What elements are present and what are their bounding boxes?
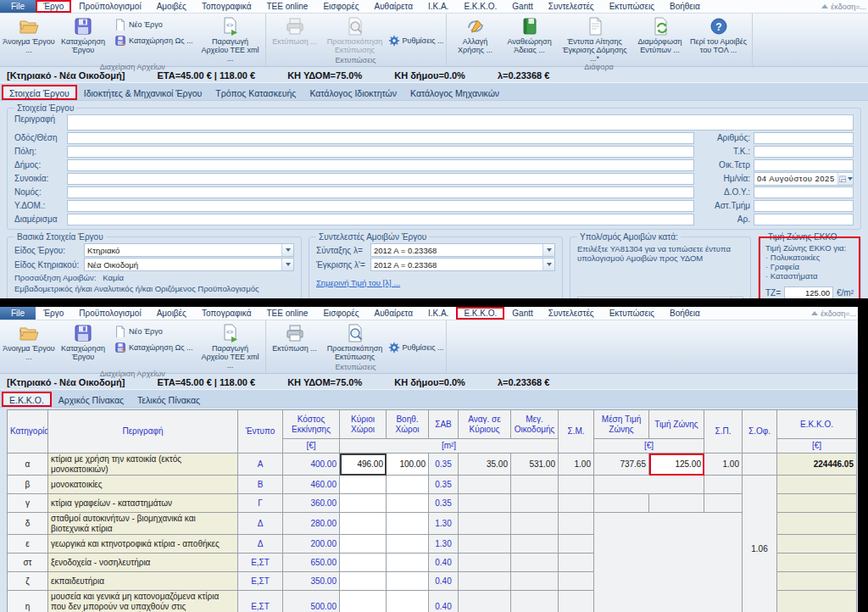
- cell-aux-spaces-ε[interactable]: [387, 535, 429, 554]
- open-project-button[interactable]: Άνοιγμα Έργου ...: [2, 14, 56, 54]
- chevron-down-icon[interactable]: [542, 244, 554, 256]
- menu-item-3[interactable]: Αμοιβές: [149, 307, 194, 320]
- cell-main-spaces-η[interactable]: [340, 591, 387, 612]
- block-input[interactable]: [754, 159, 854, 171]
- menu-item-10[interactable]: Gantt: [504, 307, 540, 320]
- calendar-icon[interactable]: [837, 173, 853, 185]
- menu-item-12[interactable]: Εκτυπώσεις: [602, 0, 662, 13]
- tab-1[interactable]: Ιδιοκτήτες & Μηχανικοί Έργου: [77, 86, 209, 100]
- chevron-down-icon[interactable]: [281, 244, 293, 256]
- cell-zone-price-α[interactable]: 125.00: [649, 453, 704, 476]
- project-type-select[interactable]: Κτηριακό: [84, 243, 294, 257]
- tab-3[interactable]: Κατάλογος Ιδιοκτητών: [303, 86, 403, 100]
- menu-item-3[interactable]: Αμοιβές: [149, 0, 194, 13]
- cell-main-spaces-ζ[interactable]: [340, 572, 387, 591]
- municipality-input[interactable]: [67, 159, 694, 171]
- generate-tee-xml-button[interactable]: <>Παραγωγή Αρχείου ΤΕΕ xml ...: [198, 14, 264, 63]
- cell-aux-spaces-γ[interactable]: [387, 494, 429, 513]
- egrisis-lambda-select[interactable]: 2012 A = 0.23368: [370, 258, 555, 271]
- city-input[interactable]: [67, 146, 694, 158]
- syntaxis-lambda-select[interactable]: 2012 A = 0.23368: [370, 243, 555, 257]
- menu-item-13[interactable]: Βοήθεια: [662, 0, 708, 13]
- cell-aux-spaces-η[interactable]: [387, 591, 429, 612]
- menu-item-4[interactable]: Τοπογραφικά: [194, 307, 259, 320]
- menu-item-2[interactable]: Προϋπολογισμοί: [71, 307, 148, 320]
- menu-item-5[interactable]: ΤΕΕ online: [259, 0, 315, 13]
- menu-item-6[interactable]: Εισφορές: [315, 0, 366, 13]
- chevron-down-icon[interactable]: [731, 298, 743, 298]
- cell-aux-spaces-στ[interactable]: [387, 554, 429, 572]
- menu-item-11[interactable]: Συντελεστές: [541, 307, 602, 320]
- register-project-button[interactable]: Καταχώρηση Έργου: [56, 14, 110, 54]
- new-project-button[interactable]: Νέο Έργο: [114, 19, 193, 31]
- cell-main-spaces-στ[interactable]: [340, 554, 387, 572]
- description-input[interactable]: [67, 114, 854, 131]
- chevron-down-icon[interactable]: [542, 259, 554, 270]
- menu-item-10[interactable]: Gantt: [504, 0, 540, 13]
- menu-item-1[interactable]: Έργο: [36, 0, 71, 13]
- format-forms-button[interactable]: Διαμόρφωση Εντύπων ...: [633, 14, 687, 54]
- cell-aux-spaces-β[interactable]: [387, 476, 429, 494]
- license-revision-button[interactable]: Αναθεώρηση Άδειας ...: [503, 14, 557, 54]
- cell-aux-spaces-ζ[interactable]: [387, 572, 429, 591]
- settings-button[interactable]: Ρυθμίσεις ...: [388, 342, 444, 353]
- calc-method-select[interactable]: ΤΕΕ: [577, 297, 743, 298]
- cell-main-spaces-ε[interactable]: [340, 535, 387, 554]
- menu-item-0[interactable]: File: [0, 0, 36, 13]
- menu-item-7[interactable]: Αυθαίρετα: [366, 307, 420, 320]
- tab-2[interactable]: Τρόπος Κατασκευής: [209, 86, 303, 100]
- register-as-button[interactable]: Καταχώρηση Ως ...: [114, 342, 193, 353]
- cell-main-spaces-β[interactable]: [340, 476, 387, 494]
- about-fees-button[interactable]: ?Περί του Αμοιβές του ΤΟΛ ...: [687, 14, 750, 54]
- menu-item-9[interactable]: Ε.Κ.Κ.Ο.: [456, 307, 504, 320]
- cell-main-spaces-δ[interactable]: [340, 513, 387, 535]
- menu-item-8[interactable]: Ι.Κ.Α.: [420, 307, 456, 320]
- cell-aux-spaces-α[interactable]: 100.00: [387, 453, 429, 476]
- district-input[interactable]: [67, 173, 694, 185]
- menu-item-7[interactable]: Αυθαίρετα: [366, 0, 420, 13]
- tab-4[interactable]: Κατάλογος Μηχανικών: [403, 86, 506, 100]
- menu-item-8[interactable]: Ι.Κ.Α.: [420, 0, 456, 13]
- menu-item-13[interactable]: Βοήθεια: [662, 307, 708, 320]
- menu-item-9[interactable]: Ε.Κ.Κ.Ο.: [456, 0, 504, 13]
- tz-input[interactable]: 125.00: [784, 287, 833, 298]
- postal-code-input[interactable]: [754, 146, 854, 158]
- menu-item-11[interactable]: Συντελεστές: [541, 0, 602, 13]
- prefecture-input[interactable]: [67, 186, 694, 198]
- new-project-button[interactable]: Νέο Έργο: [114, 325, 193, 337]
- cell-aux-spaces-δ[interactable]: [387, 513, 429, 535]
- tab-2[interactable]: Τελικός Πίνακας: [131, 392, 207, 407]
- cell-main-spaces-α[interactable]: 496.00: [340, 453, 387, 476]
- menu-item-12[interactable]: Εκτυπώσεις: [602, 307, 662, 320]
- tab-0[interactable]: Ε.Κ.Κ.Ο.: [2, 392, 52, 407]
- tab-0[interactable]: Στοιχεία Έργου: [2, 85, 77, 100]
- approval-forms-button[interactable]: Έντυπα Αίτησης Έγκρισης Δόμησης ...*: [557, 14, 633, 63]
- change-use-button[interactable]: Αλλαγή Χρήσης ...: [448, 14, 503, 54]
- generate-tee-xml-button[interactable]: <>Παραγωγή Αρχείου ΤΕΕ xml ...: [198, 320, 264, 370]
- current-lambda-link[interactable]: Σημερινή Τιμή του [λ] ...: [316, 278, 400, 287]
- ydom-input[interactable]: [67, 200, 694, 212]
- tab-1[interactable]: Αρχικός Πίνακας: [52, 392, 131, 407]
- street-input[interactable]: [67, 132, 694, 144]
- number-input[interactable]: [754, 132, 854, 144]
- menu-item-0[interactable]: File: [0, 307, 36, 320]
- police-dept-input[interactable]: [754, 200, 854, 212]
- building-type-select[interactable]: Νέα Οικοδομή: [84, 258, 294, 271]
- menu-item-2[interactable]: Προϋπολογισμοί: [71, 0, 148, 13]
- menu-item-4[interactable]: Τοπογραφικά: [194, 0, 259, 13]
- print-preview-button[interactable]: Προεπισκόπηση Εκτύπωσης: [322, 320, 388, 361]
- print-button[interactable]: Εκτύπωση ...: [268, 320, 322, 353]
- date-input[interactable]: 04 Αυγούστου 2025: [754, 172, 854, 186]
- menu-item-5[interactable]: ΤΕΕ online: [259, 307, 315, 320]
- ar-input[interactable]: [754, 214, 854, 225]
- tax-office-input[interactable]: [754, 186, 854, 198]
- register-project-button[interactable]: Καταχώρηση Έργου: [56, 320, 110, 361]
- apartment-input[interactable]: [67, 214, 694, 225]
- menu-item-1[interactable]: Έργο: [36, 307, 71, 320]
- settings-button[interactable]: Ρυθμίσεις ...: [388, 35, 444, 47]
- open-project-button[interactable]: Άνοιγμα Έργου ...: [2, 320, 56, 361]
- chevron-down-icon[interactable]: [281, 259, 293, 270]
- menu-item-6[interactable]: Εισφορές: [315, 307, 366, 320]
- register-as-button[interactable]: Καταχώρηση Ως ...: [114, 35, 193, 47]
- cell-main-spaces-γ[interactable]: [340, 494, 387, 513]
